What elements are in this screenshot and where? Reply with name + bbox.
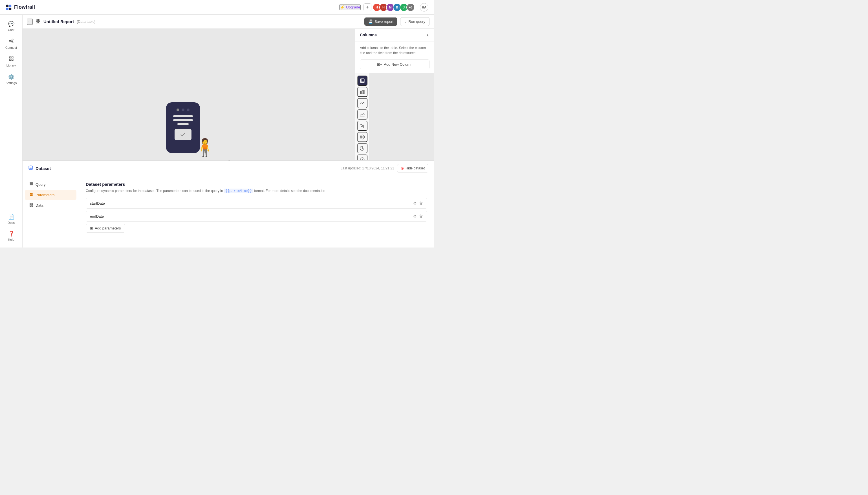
svg-point-42 xyxy=(31,193,31,194)
collapse-panel-button[interactable]: ▲ xyxy=(426,33,429,37)
sidebar-item-label: Chat xyxy=(8,28,14,32)
sidebar-item-settings[interactable]: ⚙️ Settings xyxy=(2,71,20,87)
run-icon: ○ xyxy=(404,19,407,24)
dataset-nav-query[interactable]: Query xyxy=(25,180,76,189)
dataset-nav-data[interactable]: Data xyxy=(25,201,76,210)
svg-point-5 xyxy=(12,39,13,40)
add-parameters-button[interactable]: ⊞ Add parameters xyxy=(86,224,125,233)
add-button[interactable]: + xyxy=(363,3,371,11)
sidebar-item-library[interactable]: Library xyxy=(2,53,20,70)
report-icon xyxy=(36,19,40,25)
connect-icon xyxy=(9,38,14,45)
right-panel: Columns ▲ Add columns to the table. Sele… xyxy=(355,29,434,73)
upgrade-button[interactable]: ⚡ Upgrade xyxy=(339,4,361,10)
right-panel-header: Columns ▲ xyxy=(355,29,434,41)
svg-point-27 xyxy=(361,126,362,127)
area-chart-button[interactable] xyxy=(357,109,368,120)
add-column-button[interactable]: ⊞+ Add New Column xyxy=(360,59,429,69)
avatar-overflow[interactable]: +3 xyxy=(406,3,415,12)
svg-rect-23 xyxy=(363,90,364,94)
svg-rect-11 xyxy=(9,59,11,61)
upgrade-icon: ⚡ xyxy=(340,5,345,10)
param-settings-button[interactable]: ⚙ xyxy=(413,201,417,205)
phone-dot xyxy=(187,108,189,112)
main-area: 🧍 No columns added No columns are added … xyxy=(22,29,434,248)
topbar: Flowtrail ⚡ Upgrade + H H M B J +3 HA xyxy=(0,0,434,15)
pie-chart-button[interactable] xyxy=(357,143,368,153)
svg-point-34 xyxy=(29,166,33,167)
sidebar-item-label: Docs xyxy=(7,221,15,224)
svg-rect-13 xyxy=(36,19,37,21)
avatar-group: H H M B J +3 xyxy=(374,3,415,12)
logo-icon xyxy=(6,4,12,11)
main-layout: 💬 Chat Connect Library ⚙️ Setti xyxy=(0,15,434,248)
svg-rect-46 xyxy=(32,204,33,205)
report-title: Untitled Report xyxy=(44,19,74,24)
chat-icon: 💬 xyxy=(8,21,14,27)
dataset-header: Dataset Last updated: 17/10/2024, 11:21:… xyxy=(22,161,434,176)
svg-line-8 xyxy=(11,41,12,42)
person-figure: 🧍 xyxy=(194,139,216,156)
hide-x-icon: ⊗ xyxy=(401,166,404,171)
data-icon xyxy=(29,203,33,208)
svg-point-28 xyxy=(363,126,364,127)
app-logo: Flowtrail xyxy=(6,4,35,11)
table-view-button[interactable] xyxy=(357,75,368,86)
svg-point-30 xyxy=(361,136,363,138)
donut-chart-button[interactable] xyxy=(357,132,368,142)
dataset-icon xyxy=(28,165,33,171)
run-query-button[interactable]: ○ Run query xyxy=(400,17,429,26)
line-chart-button[interactable] xyxy=(357,98,368,108)
phone-line xyxy=(173,119,193,121)
back-button[interactable]: ← xyxy=(27,19,33,25)
svg-rect-0 xyxy=(6,4,8,7)
param-actions: ⚙ 🗑 xyxy=(413,201,423,205)
user-avatar[interactable]: HA xyxy=(420,3,428,12)
svg-line-31 xyxy=(362,159,363,159)
dataset-nav-parameters[interactable]: Parameters xyxy=(25,190,76,200)
topbar-right: ⚡ Upgrade + H H M B J +3 HA xyxy=(339,3,428,12)
bar-chart-button[interactable] xyxy=(357,87,368,97)
parameters-description: Configure dynamic parameters for the dat… xyxy=(86,188,427,193)
empty-state-illustration: 🧍 xyxy=(166,101,211,157)
header-actions: 💾 Save report ○ Run query xyxy=(364,17,429,26)
right-panel-description: Add columns to the table. Select the col… xyxy=(360,45,429,55)
svg-point-26 xyxy=(362,125,363,126)
scatter-chart-button[interactable] xyxy=(357,121,368,131)
settings-icon: ⚙️ xyxy=(8,74,14,80)
save-report-button[interactable]: 💾 Save report xyxy=(364,17,397,25)
sidebar-bottom: 📄 Docs ❓ Help xyxy=(2,210,20,245)
svg-rect-45 xyxy=(30,204,31,205)
svg-point-43 xyxy=(32,194,32,195)
sidebar-item-label: Library xyxy=(6,64,16,67)
dataset-last-updated: Last updated: 17/10/2024, 11:21:21 xyxy=(341,166,394,170)
parameters-icon xyxy=(29,192,33,197)
page-header: ← Untitled Report [Data table] 💾 Save re… xyxy=(22,15,434,29)
hide-dataset-button[interactable]: ⊗ Hide dataset xyxy=(397,164,428,172)
svg-rect-17 xyxy=(360,79,364,83)
sidebar-item-connect[interactable]: Connect xyxy=(2,35,20,52)
sidebar-item-help[interactable]: ❓ Help xyxy=(2,228,20,244)
resize-handle[interactable] xyxy=(22,161,434,162)
svg-rect-48 xyxy=(32,205,33,206)
svg-rect-16 xyxy=(39,21,40,23)
right-panel-body: Add columns to the table. Select the col… xyxy=(355,41,434,73)
sidebar: 💬 Chat Connect Library ⚙️ Setti xyxy=(0,15,22,248)
param-delete-button[interactable]: 🗑 xyxy=(419,214,423,219)
dataset-body: Query Parameters xyxy=(22,176,434,248)
svg-line-7 xyxy=(11,40,12,41)
sidebar-item-docs[interactable]: 📄 Docs xyxy=(2,211,20,227)
svg-point-25 xyxy=(361,124,361,125)
param-settings-button[interactable]: ⚙ xyxy=(413,214,417,219)
svg-point-4 xyxy=(9,40,11,42)
svg-rect-22 xyxy=(362,91,363,94)
sidebar-item-chat[interactable]: 💬 Chat xyxy=(2,18,20,34)
param-delete-button[interactable]: 🗑 xyxy=(419,201,423,205)
svg-rect-14 xyxy=(39,19,40,21)
svg-point-29 xyxy=(360,135,364,139)
svg-rect-47 xyxy=(30,205,31,206)
param-row-enddate: endDate ⚙ 🗑 xyxy=(86,211,427,222)
param-tag: {{paramName}} xyxy=(224,189,253,193)
dataset-title: Dataset xyxy=(36,166,51,171)
svg-rect-3 xyxy=(9,7,11,10)
